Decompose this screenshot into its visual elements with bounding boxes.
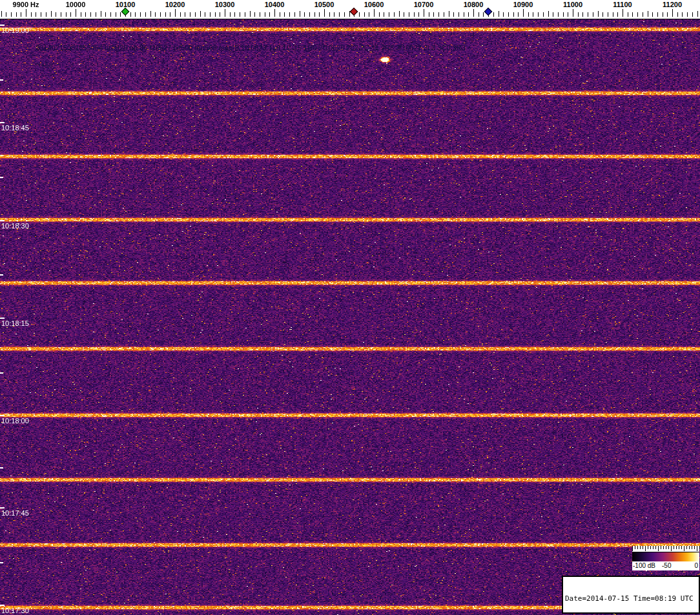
freq-minor-tick [240, 12, 240, 17]
freq-minor-tick [657, 12, 658, 17]
colorbar-label-mid: -50 [662, 562, 671, 569]
freq-minor-tick [150, 11, 151, 17]
freq-minor-tick [265, 12, 265, 17]
colorbar-tick [697, 546, 697, 551]
freq-minor-tick [314, 12, 315, 17]
freq-major-tick [573, 9, 573, 17]
freq-minor-tick [479, 12, 479, 17]
freq-minor-tick [344, 12, 345, 17]
freq-minor-tick [648, 11, 648, 17]
colorbar-tick [663, 546, 664, 549]
spectrogram-area: 20140715081855064 hCnt20 nb-86 f10627 hi… [0, 0, 700, 615]
freq-minor-tick [429, 12, 429, 17]
freq-label-11000: 11000 [563, 1, 582, 8]
freq-minor-tick [105, 12, 106, 17]
freq-minor-tick [394, 12, 395, 17]
freq-minor-tick [140, 12, 141, 17]
cursor-annotation: ^t+55 [36, 61, 53, 69]
freq-minor-tick [145, 12, 146, 17]
freq-minor-tick [319, 12, 320, 17]
freq-minor-tick [41, 12, 41, 17]
time-label: 10:17:45 [1, 509, 29, 517]
freq-minor-tick [409, 12, 409, 17]
freq-minor-tick [165, 12, 166, 17]
colorbar-tick [692, 546, 692, 549]
green-frequency-marker-icon[interactable] [121, 8, 130, 16]
freq-major-tick [274, 9, 275, 17]
time-tick [0, 507, 5, 509]
colorbar-tick [676, 546, 677, 549]
freq-minor-tick [598, 11, 599, 17]
freq-minor-tick [359, 12, 360, 17]
freq-minor-tick [449, 11, 449, 17]
freq-minor-tick [643, 12, 643, 17]
freq-minor-tick [483, 12, 484, 17]
freq-minor-tick [369, 12, 369, 17]
freq-minor-tick [339, 12, 340, 17]
freq-label-11200: 11200 [663, 1, 682, 8]
time-tick [0, 25, 5, 26]
time-tick [0, 605, 5, 606]
spectrogram-canvas [0, 19, 700, 615]
freq-minor-tick [254, 12, 255, 17]
colorbar-tick-comb [632, 546, 699, 552]
freq-minor-tick [444, 12, 444, 17]
freq-minor-tick [116, 12, 116, 17]
freq-minor-tick [503, 12, 504, 17]
freq-minor-tick [563, 12, 564, 17]
meteor-spectrogram-screen: 20140715081855064 hCnt20 nb-86 f10627 hi… [0, 0, 700, 615]
freq-minor-tick [438, 12, 439, 17]
freq-minor-tick [538, 12, 539, 17]
freq-label-11100: 11100 [613, 1, 632, 8]
colorbar-tick [658, 546, 659, 551]
freq-minor-tick [617, 12, 618, 17]
freq-major-tick [473, 9, 474, 17]
freq-minor-tick [682, 12, 683, 17]
freq-minor-tick [464, 12, 464, 17]
time-tick [0, 220, 5, 221]
freq-minor-tick [404, 12, 404, 17]
colorbar-tick [650, 546, 651, 549]
freq-minor-tick [160, 12, 161, 17]
freq-minor-tick [433, 12, 434, 17]
freq-minor-tick [533, 12, 533, 17]
colorbar-tick [674, 546, 674, 549]
freq-minor-tick [205, 12, 205, 17]
colorbar-tick [637, 546, 638, 549]
freq-minor-tick [245, 12, 245, 17]
freq-minor-tick [96, 12, 96, 17]
freq-minor-tick [6, 12, 6, 17]
freq-minor-tick [21, 12, 21, 17]
freq-minor-tick [608, 12, 608, 17]
colorbar-tick [661, 546, 661, 549]
freq-minor-tick [499, 11, 499, 17]
freq-minor-tick [528, 12, 529, 17]
freq-label-10600: 10600 [364, 1, 384, 8]
blue-frequency-marker-icon[interactable] [484, 8, 493, 16]
freq-label-10800: 10800 [464, 1, 484, 8]
freq-minor-tick [304, 12, 305, 17]
freq-minor-tick [46, 12, 46, 17]
freq-minor-tick [418, 12, 419, 17]
freq-minor-tick [66, 12, 67, 17]
freq-minor-tick [81, 12, 81, 17]
freq-minor-tick [120, 12, 121, 17]
time-tick-minor [0, 372, 3, 374]
freq-minor-tick [568, 12, 568, 17]
freq-minor-tick [31, 12, 32, 17]
freq-minor-tick [553, 12, 553, 17]
freq-minor-tick [692, 12, 693, 17]
freq-major-tick [324, 9, 325, 17]
freq-minor-tick [677, 12, 678, 17]
red-frequency-marker-icon[interactable] [350, 8, 358, 16]
freq-minor-tick [334, 12, 335, 17]
time-tick-minor [0, 467, 3, 469]
freq-minor-tick [632, 12, 633, 17]
colorbar-tick [689, 546, 690, 549]
info-date-line: Date=2014-07-15 Time=08:19 UTC [565, 594, 697, 603]
freq-minor-tick [384, 12, 384, 17]
freq-minor-tick [190, 12, 190, 17]
time-tick-minor [0, 177, 3, 178]
freq-minor-tick [101, 11, 101, 17]
freq-minor-tick [280, 12, 280, 17]
